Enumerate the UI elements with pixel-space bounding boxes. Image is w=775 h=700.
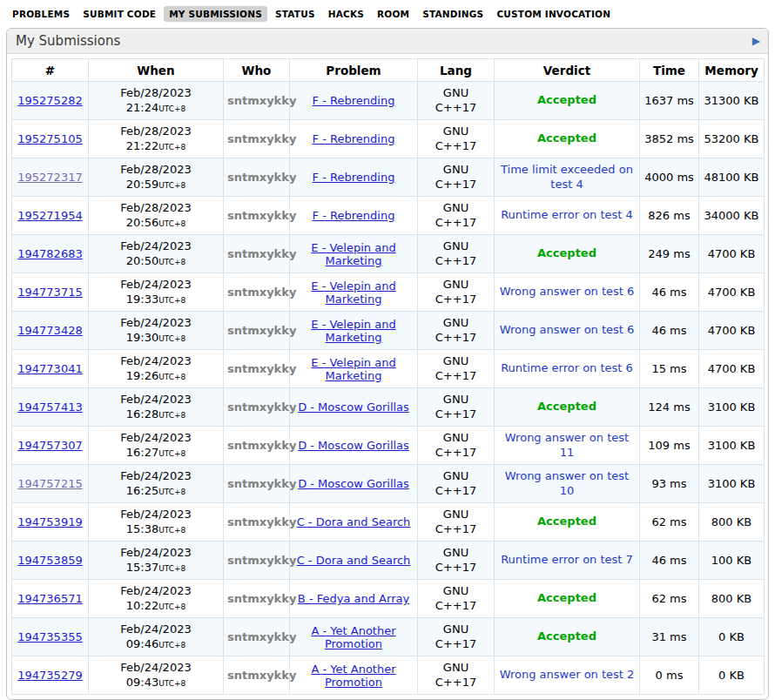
- problem-link[interactable]: C - Dora and Search: [297, 515, 411, 528]
- submission-id-cell: 194773041: [12, 350, 89, 388]
- submission-memory: 100 KB: [699, 542, 765, 580]
- problem-link[interactable]: E - Velepin and Marketing: [311, 318, 395, 344]
- submission-lang-cell: GNU C++17: [418, 656, 495, 695]
- submission-when-cell: Feb/24/2023 15:38UTC+8: [89, 503, 224, 542]
- submission-id-link[interactable]: 194757307: [17, 439, 82, 452]
- submission-date: Feb/24/2023: [92, 661, 219, 675]
- user-link[interactable]: sntmxykky: [227, 515, 296, 528]
- submission-time-of-day: 19:30UTC+8: [92, 331, 219, 345]
- nav-item-custom-invocation[interactable]: CUSTOM INVOCATION: [491, 6, 616, 22]
- submission-date: Feb/24/2023: [92, 393, 219, 407]
- nav-item-standings[interactable]: STANDINGS: [417, 6, 489, 22]
- submission-id-link[interactable]: 195275282: [17, 94, 82, 107]
- timezone-label: UTC+8: [158, 641, 185, 650]
- submission-problem-cell: C - Dora and Search: [290, 503, 418, 542]
- user-link[interactable]: sntmxykky: [227, 400, 296, 414]
- submission-id-link[interactable]: 194773428: [17, 324, 82, 337]
- timezone-label: UTC+8: [158, 143, 185, 151]
- problem-link[interactable]: E - Velepin and Marketing: [311, 279, 395, 306]
- user-link[interactable]: sntmxykky: [227, 324, 296, 337]
- submission-when-cell: Feb/24/2023 20:50UTC+8: [89, 235, 224, 273]
- submission-who-cell: sntmxykky: [224, 465, 290, 503]
- user-link[interactable]: sntmxykky: [227, 554, 296, 567]
- submission-id-link[interactable]: 195275105: [17, 132, 82, 145]
- problem-link[interactable]: D - Moscow Gorillas: [298, 400, 409, 414]
- table-row: 195275105 Feb/28/2023 21:22UTC+8 sntmxyk…: [12, 120, 765, 158]
- submission-verdict-cell: Wrong answer on test 2: [495, 656, 640, 695]
- submission-date: Feb/24/2023: [92, 431, 219, 445]
- nav-item-room[interactable]: ROOM: [372, 6, 414, 22]
- submission-exec-time: 31 ms: [640, 618, 699, 656]
- submission-id-link[interactable]: 194757413: [17, 400, 82, 414]
- submission-id-link[interactable]: 194773715: [17, 286, 82, 299]
- user-link[interactable]: sntmxykky: [227, 171, 296, 184]
- submission-id-link[interactable]: 194736571: [17, 592, 82, 605]
- submission-id-link[interactable]: 194773041: [17, 362, 82, 375]
- user-link[interactable]: sntmxykky: [227, 209, 296, 222]
- submission-id-link[interactable]: 195272317: [17, 171, 82, 184]
- problem-link[interactable]: A - Yet Another Promotion: [311, 624, 395, 650]
- submission-id-link[interactable]: 194753919: [17, 515, 82, 528]
- submission-lang-cell: GNU C++17: [418, 158, 495, 197]
- submission-id-link[interactable]: 194753859: [17, 554, 82, 567]
- submission-who-cell: sntmxykky: [224, 618, 290, 656]
- submission-id-cell: 194773715: [12, 273, 89, 312]
- submission-lang: GNU C++17: [434, 278, 479, 306]
- user-link[interactable]: sntmxykky: [227, 362, 296, 375]
- submission-lang-cell: GNU C++17: [418, 82, 495, 120]
- user-link[interactable]: sntmxykky: [227, 439, 296, 452]
- problem-link[interactable]: D - Moscow Gorillas: [298, 477, 409, 490]
- verdict-text: Time limit exceeded on test 4: [498, 163, 636, 192]
- submission-memory: 53200 KB: [699, 120, 765, 158]
- submission-id-link[interactable]: 194735279: [17, 669, 82, 682]
- table-row: 194736571 Feb/24/2023 10:22UTC+8 sntmxyk…: [12, 580, 765, 618]
- user-link[interactable]: sntmxykky: [227, 592, 296, 605]
- user-link[interactable]: sntmxykky: [227, 286, 296, 299]
- problem-link[interactable]: F - Rebrending: [313, 209, 395, 222]
- submission-verdict-cell: Runtime error on test 7: [495, 542, 640, 580]
- table-row: 194735279 Feb/24/2023 09:43UTC+8 sntmxyk…: [12, 656, 765, 695]
- user-link[interactable]: sntmxykky: [227, 132, 296, 145]
- problem-link[interactable]: F - Rebrending: [313, 132, 395, 145]
- submission-lang-cell: GNU C++17: [418, 388, 495, 427]
- problem-link[interactable]: C - Dora and Search: [297, 554, 411, 567]
- expand-arrow-icon[interactable]: ▶: [752, 36, 760, 46]
- user-link[interactable]: sntmxykky: [227, 669, 296, 682]
- nav-item-submit-code[interactable]: SUBMIT CODE: [78, 6, 161, 22]
- timezone-label: UTC+8: [158, 679, 185, 688]
- submission-verdict-cell: Accepted: [495, 618, 640, 656]
- nav-item-problems[interactable]: PROBLEMS: [7, 6, 75, 22]
- submission-exec-time: 62 ms: [640, 580, 699, 618]
- timezone-label: UTC+8: [158, 104, 185, 113]
- submission-id-link[interactable]: 195271954: [17, 209, 82, 222]
- problem-link[interactable]: E - Velepin and Marketing: [311, 356, 395, 382]
- table-row: 194757307 Feb/24/2023 16:27UTC+8 sntmxyk…: [12, 427, 765, 465]
- nav-item-my-submissions[interactable]: MY SUBMISSIONS: [164, 6, 267, 22]
- column-header-problem: Problem: [290, 59, 418, 82]
- submission-lang: GNU C++17: [434, 623, 479, 651]
- problem-link[interactable]: D - Moscow Gorillas: [298, 439, 409, 452]
- problem-link[interactable]: B - Fedya and Array: [298, 592, 409, 605]
- nav-item-status[interactable]: STATUS: [270, 6, 320, 22]
- user-link[interactable]: sntmxykky: [227, 630, 296, 643]
- submission-memory: 800 KB: [699, 503, 765, 542]
- submission-id-link[interactable]: 194782683: [17, 247, 82, 260]
- submission-id-link[interactable]: 194757215: [17, 477, 82, 490]
- submission-date: Feb/28/2023: [92, 201, 219, 215]
- nav-item-hacks[interactable]: HACKS: [323, 6, 369, 22]
- submission-verdict-cell: Accepted: [495, 120, 640, 158]
- submission-id-link[interactable]: 194735355: [17, 630, 82, 643]
- submission-who-cell: sntmxykky: [224, 235, 290, 273]
- submission-when-cell: Feb/28/2023 21:22UTC+8: [89, 120, 224, 158]
- problem-link[interactable]: F - Rebrending: [313, 94, 395, 107]
- problem-link[interactable]: F - Rebrending: [313, 171, 395, 184]
- submission-exec-time: 109 ms: [640, 427, 699, 465]
- user-link[interactable]: sntmxykky: [227, 477, 296, 490]
- problem-link[interactable]: E - Velepin and Marketing: [311, 241, 395, 267]
- user-link[interactable]: sntmxykky: [227, 247, 296, 260]
- submissions-panel: My Submissions ▶ #WhenWhoProblemLangVerd…: [6, 28, 769, 700]
- submission-id-cell: 195272317: [12, 158, 89, 197]
- user-link[interactable]: sntmxykky: [227, 94, 296, 107]
- problem-link[interactable]: A - Yet Another Promotion: [311, 663, 395, 689]
- submission-who-cell: sntmxykky: [224, 656, 290, 695]
